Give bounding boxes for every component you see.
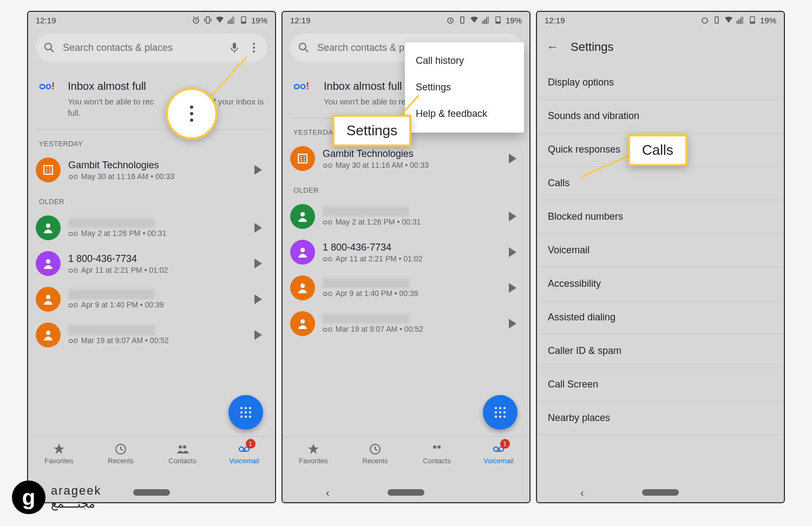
- voicemail-item[interactable]: 1 800-436-7734ᴑo Apr 11 at 2:21 PM • 01:…: [28, 246, 275, 281]
- inbox-full-notice: ᴑo! Inbox almost full You won't be able …: [36, 75, 267, 130]
- back-button[interactable]: ←: [547, 40, 559, 54]
- callout-label-calls: Calls: [628, 134, 687, 166]
- voicemail-item[interactable]: ᴑo Mar 19 at 9:07 AM • 00:52: [283, 306, 529, 341]
- svg-rect-52: [750, 22, 755, 23]
- tab-recents[interactable]: Recents: [90, 437, 152, 471]
- settings-item-call-screen[interactable]: Call Screen: [537, 368, 784, 402]
- play-icon[interactable]: [509, 212, 516, 221]
- system-back-button[interactable]: ‹: [326, 486, 330, 499]
- svg-point-40: [503, 411, 506, 413]
- play-icon[interactable]: [254, 259, 262, 268]
- redacted-name: [323, 278, 409, 288]
- status-bar: 12:19 19%: [283, 12, 529, 28]
- svg-rect-30: [298, 154, 307, 163]
- svg-point-15: [245, 411, 247, 413]
- voicemail-item[interactable]: ᴑo Mar 19 at 9:07 AM • 00:52: [28, 317, 275, 353]
- play-icon[interactable]: [509, 283, 516, 293]
- svg-point-19: [249, 416, 251, 418]
- system-back-button[interactable]: ‹: [580, 486, 584, 499]
- svg-point-33: [300, 284, 305, 288]
- svg-point-46: [437, 445, 441, 449]
- voicemail-meta: ᴑo Apr 9 at 1:40 PM • 00:39: [68, 300, 247, 309]
- play-icon[interactable]: [254, 223, 262, 233]
- signal-icon: [736, 16, 745, 24]
- callout-label-settings: Settings: [332, 115, 411, 147]
- person-icon: [36, 251, 61, 276]
- svg-point-45: [433, 445, 436, 449]
- tab-contacts[interactable]: Contacts: [152, 437, 213, 471]
- section-header-older: OLDER: [283, 176, 529, 199]
- svg-point-39: [499, 411, 501, 413]
- settings-title: Settings: [571, 40, 614, 54]
- voicemail-item[interactable]: Gambit Technologiesᴑo May 30 at 11:16 AM…: [28, 152, 275, 188]
- play-icon[interactable]: [254, 294, 262, 304]
- svg-point-18: [245, 416, 247, 418]
- search-bar[interactable]: Search contacts & places: [36, 34, 267, 62]
- voicemail-item[interactable]: ᴑo Apr 9 at 1:40 PM • 00:39: [283, 270, 529, 306]
- settings-item-calls[interactable]: Calls: [537, 167, 784, 200]
- voicemail-contact-name: 1 800-436-7734: [323, 242, 501, 253]
- person-icon: [290, 311, 315, 336]
- svg-point-23: [239, 447, 244, 451]
- redacted-name: [323, 207, 409, 216]
- settings-item-display-options[interactable]: Display options: [537, 66, 784, 100]
- bottom-nav: Favorites Recents Contacts Voicemail 1: [28, 436, 275, 471]
- play-icon[interactable]: [509, 154, 516, 163]
- callout-highlight-more-options: [166, 88, 218, 140]
- voicemail-item[interactable]: ᴑo May 2 at 1:26 PM • 00:31: [283, 199, 529, 234]
- tab-contacts[interactable]: Contacts: [406, 437, 468, 471]
- section-header-yesterday: YESTERDAY: [28, 130, 275, 152]
- voicemail-icon: ᴑo!: [293, 80, 315, 107]
- tab-recents[interactable]: Recents: [344, 437, 406, 471]
- menu-item-call-history[interactable]: Call history: [405, 48, 524, 74]
- play-icon[interactable]: [254, 165, 262, 175]
- settings-item-sounds-and-vibration[interactable]: Sounds and vibration: [537, 100, 784, 133]
- svg-point-37: [503, 407, 506, 409]
- settings-item-accessibility[interactable]: Accessibility: [537, 267, 784, 301]
- tab-favorites[interactable]: Favorites: [28, 437, 90, 471]
- voicemail-item[interactable]: 1 800-436-7734ᴑo Apr 11 at 2:21 PM • 01:…: [283, 234, 529, 270]
- settings-item-nearby-places[interactable]: Nearby places: [537, 402, 784, 435]
- voicemail-meta: ᴑo Apr 11 at 2:21 PM • 01:02: [68, 266, 247, 274]
- voicemail-badge: 1: [500, 439, 510, 449]
- svg-point-47: [494, 447, 498, 451]
- svg-point-21: [179, 445, 182, 449]
- play-icon[interactable]: [509, 319, 516, 328]
- play-icon[interactable]: [254, 330, 262, 340]
- gesture-pill[interactable]: [133, 489, 170, 496]
- settings-header: ← Settings: [537, 28, 784, 66]
- menu-item-help[interactable]: Help & feedback: [405, 101, 524, 127]
- voicemail-item[interactable]: ᴑo Apr 9 at 1:40 PM • 00:39: [28, 281, 275, 317]
- more-options-button[interactable]: [248, 43, 260, 52]
- dialpad-fab[interactable]: [483, 395, 518, 430]
- svg-point-10: [46, 331, 50, 335]
- settings-item-assisted-dialing[interactable]: Assisted dialing: [537, 301, 784, 334]
- signal-icon: [482, 16, 490, 24]
- gesture-pill[interactable]: [388, 489, 424, 496]
- settings-item-blocked-numbers[interactable]: Blocked numbers: [537, 200, 784, 234]
- tab-voicemail[interactable]: Voicemail 1: [213, 437, 275, 471]
- play-icon[interactable]: [509, 247, 516, 257]
- dialpad-fab[interactable]: [228, 395, 263, 430]
- redacted-name: [68, 290, 155, 299]
- watermark-g-icon: g: [12, 481, 45, 514]
- voicemail-item[interactable]: ᴑo May 2 at 1:26 PM • 00:31: [28, 210, 275, 246]
- tab-voicemail[interactable]: Voicemail 1: [468, 437, 529, 471]
- menu-item-settings[interactable]: Settings: [405, 74, 524, 101]
- voicemail-meta: ᴑo Apr 11 at 2:21 PM • 01:02: [323, 254, 501, 263]
- tab-favorites[interactable]: Favorites: [283, 437, 344, 471]
- bottom-nav: Favorites Recents Contacts Voicemail 1: [283, 436, 529, 471]
- svg-point-36: [499, 407, 501, 409]
- dialpad-icon: [493, 405, 508, 420]
- settings-item-voicemail[interactable]: Voicemail: [537, 234, 784, 267]
- notice-title: Inbox almost full: [68, 80, 264, 93]
- svg-point-38: [495, 411, 497, 413]
- gesture-pill[interactable]: [642, 489, 679, 496]
- svg-rect-26: [461, 17, 464, 23]
- svg-point-14: [240, 411, 243, 413]
- battery-percent: 19%: [506, 16, 522, 25]
- mic-icon[interactable]: [228, 42, 240, 54]
- section-header-older: OLDER: [28, 188, 275, 210]
- voicemail-contact-name: Gambit Technologies: [323, 148, 501, 160]
- settings-item-caller-id-spam[interactable]: Caller ID & spam: [537, 334, 784, 368]
